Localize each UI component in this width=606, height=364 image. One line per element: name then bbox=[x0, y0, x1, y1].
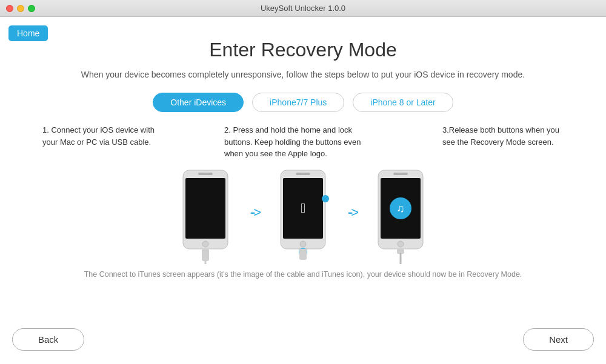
svg-text::  bbox=[301, 200, 305, 216]
page-title: Enter Recovery Mode bbox=[209, 39, 396, 61]
next-button[interactable]: Next bbox=[523, 328, 594, 351]
svg-rect-4 bbox=[202, 249, 209, 261]
footer: Back Next bbox=[0, 328, 606, 351]
phone-2:  bbox=[276, 167, 330, 264]
svg-rect-1 bbox=[185, 178, 225, 239]
tab-bar: Other iDevices iPhone7/7 Plus iPhone 8 o… bbox=[153, 93, 453, 112]
maximize-button[interactable] bbox=[28, 5, 35, 12]
close-button[interactable] bbox=[6, 5, 13, 12]
svg-rect-2 bbox=[198, 173, 213, 175]
device-images-row: ···>  ···> bbox=[30, 167, 576, 264]
step-2-text: 2. Press and hold the home and lock butt… bbox=[224, 124, 382, 160]
back-button[interactable]: Back bbox=[12, 328, 84, 351]
svg-point-19 bbox=[398, 241, 404, 247]
phone-3: ♫ bbox=[373, 167, 428, 264]
tab-iphone8[interactable]: iPhone 8 or Later bbox=[353, 93, 453, 112]
svg-rect-8 bbox=[296, 173, 310, 175]
traffic-lights bbox=[6, 5, 35, 12]
arrow-2: ···> bbox=[347, 205, 356, 220]
svg-rect-13 bbox=[299, 249, 307, 260]
home-button[interactable]: Home bbox=[8, 25, 48, 41]
step-3-text: 3.Release both buttons when you see the … bbox=[442, 124, 564, 160]
svg-point-11 bbox=[322, 195, 329, 202]
svg-rect-16 bbox=[393, 173, 408, 175]
window-title: UkeySoft Unlocker 1.0.0 bbox=[261, 4, 345, 13]
tab-other-idevices[interactable]: Other iDevices bbox=[153, 93, 244, 112]
page-subtitle: When your device becomes completely unre… bbox=[81, 70, 525, 79]
arrow-1: ···> bbox=[250, 205, 259, 220]
phone-1 bbox=[178, 167, 233, 264]
main-content: Home Enter Recovery Mode When your devic… bbox=[0, 17, 606, 364]
tab-iphone7[interactable]: iPhone7/7 Plus bbox=[252, 93, 344, 112]
steps-text-row: 1. Connect your iOS device with your Mac… bbox=[30, 124, 576, 160]
step-1-text: 1. Connect your iOS device with your Mac… bbox=[42, 124, 164, 160]
svg-point-3 bbox=[202, 241, 208, 247]
svg-point-10 bbox=[300, 241, 306, 247]
svg-text:♫: ♫ bbox=[396, 202, 405, 214]
minimize-button[interactable] bbox=[17, 5, 24, 12]
titlebar: UkeySoft Unlocker 1.0.0 bbox=[0, 0, 606, 17]
bottom-note: The Connect to iTunes screen appears (it… bbox=[60, 270, 547, 279]
